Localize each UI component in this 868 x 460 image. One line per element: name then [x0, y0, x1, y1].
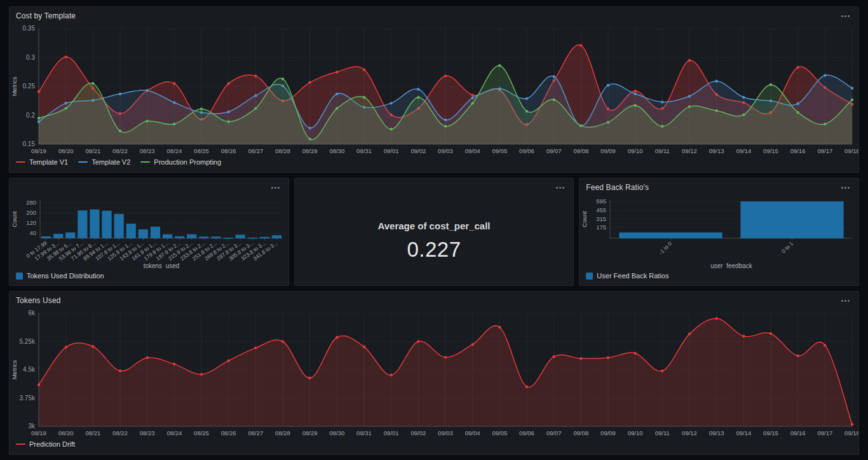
legend-label: Template V2 [92, 158, 130, 166]
svg-text:08/22: 08/22 [112, 147, 128, 154]
panel-header [295, 179, 574, 196]
panel-menu-icon[interactable] [839, 13, 852, 20]
svg-text:09/11: 09/11 [655, 430, 670, 436]
svg-text:595: 595 [596, 198, 606, 205]
svg-text:0.2: 0.2 [26, 112, 35, 119]
chart-legend: User Feed Back Ratios [580, 269, 858, 285]
svg-text:08/21: 08/21 [85, 147, 100, 154]
legend-swatch [16, 273, 23, 280]
panel-menu-icon[interactable] [839, 184, 852, 191]
svg-text:09/03: 09/03 [438, 147, 453, 154]
svg-text:315: 315 [596, 215, 606, 222]
legend-item[interactable]: Template V1 [16, 158, 68, 166]
svg-text:3.75k: 3.75k [20, 395, 36, 402]
svg-text:08/24: 08/24 [166, 430, 182, 436]
panel-header: Tokens Used [10, 292, 858, 309]
svg-text:200: 200 [26, 209, 36, 216]
panel-header [10, 179, 288, 196]
svg-text:09/17: 09/17 [817, 147, 832, 154]
svg-text:08/26: 08/26 [221, 430, 236, 436]
svg-text:09/17: 09/17 [817, 430, 832, 436]
svg-text:0.15: 0.15 [23, 140, 36, 147]
legend-item[interactable]: Template V2 [78, 158, 130, 166]
svg-text:09/06: 09/06 [519, 147, 534, 154]
svg-text:08/30: 08/30 [329, 147, 344, 154]
legend-label: Prediction Drift [29, 440, 75, 448]
svg-text:175: 175 [596, 224, 606, 231]
stat-label: Average of cost_per_call [377, 220, 490, 231]
svg-text:08/31: 08/31 [356, 147, 372, 154]
tokens-used-chart[interactable]: 3k3.75k4.5k5.25k6k08/1908/2008/2108/2208… [10, 309, 858, 436]
svg-text:120: 120 [26, 219, 36, 226]
svg-text:09/13: 09/13 [709, 430, 724, 436]
dashboard-row: 401202002800 to 17.9917.99 to 3...35.98 … [9, 178, 859, 286]
svg-text:08/26: 08/26 [221, 147, 236, 154]
legend-swatch [140, 161, 150, 163]
svg-text:08/29: 08/29 [302, 430, 318, 436]
svg-text:-1 to 0: -1 to 0 [658, 240, 673, 255]
svg-text:4.5k: 4.5k [23, 366, 36, 373]
stat-body: Average of cost_per_call 0.227 [295, 196, 574, 285]
svg-text:08/31: 08/31 [356, 430, 372, 436]
svg-text:0.35: 0.35 [23, 25, 36, 32]
svg-text:09/06: 09/06 [519, 430, 534, 436]
svg-text:09/08: 09/08 [573, 147, 588, 154]
svg-text:09/18: 09/18 [844, 430, 858, 436]
svg-text:09/05: 09/05 [492, 147, 507, 154]
svg-text:09/10: 09/10 [628, 430, 643, 436]
svg-text:09/01: 09/01 [384, 147, 399, 154]
svg-text:5.25k: 5.25k [20, 338, 36, 345]
legend-label: User Feed Back Ratios [597, 272, 668, 280]
cost-by-template-chart[interactable]: 0.150.20.250.30.3508/1908/2008/2108/2208… [10, 25, 858, 154]
svg-text:09/03: 09/03 [438, 430, 453, 436]
svg-text:40: 40 [29, 229, 36, 236]
panel-title: Cost by Template [16, 11, 76, 20]
svg-text:08/28: 08/28 [275, 147, 290, 154]
panel-tokens-used: Tokens Used 3k3.75k4.5k5.25k6k08/1908/20… [9, 291, 859, 455]
legend-item[interactable]: Production Prompting [140, 158, 221, 166]
svg-text:08/28: 08/28 [275, 430, 290, 436]
svg-text:09/12: 09/12 [682, 430, 697, 436]
legend-swatch [586, 273, 593, 280]
legend-swatch [16, 443, 25, 445]
chart-legend: Prediction Drift [10, 436, 858, 454]
feedback-ratios-chart[interactable]: 175315455595-1 to 00 to 1Countuser_feedb… [580, 196, 858, 269]
legend-label: Template V1 [29, 158, 68, 166]
chart-legend: Template V1Template V2Production Prompti… [10, 154, 858, 172]
svg-text:Count: Count [581, 211, 588, 227]
svg-text:09/05: 09/05 [492, 430, 507, 436]
svg-text:09/16: 09/16 [790, 430, 806, 436]
panel-tokens-distribution: 401202002800 to 17.9917.99 to 3...35.98 … [9, 178, 289, 286]
svg-text:08/19: 08/19 [31, 147, 46, 154]
svg-text:6k: 6k [28, 309, 36, 316]
legend-label: Tokens Used Distribution [27, 272, 104, 280]
tokens-distribution-chart[interactable]: 401202002800 to 17.9917.99 to 3...35.98 … [10, 196, 288, 269]
panel-menu-icon[interactable] [269, 184, 282, 191]
svg-text:3k: 3k [28, 423, 36, 430]
legend-item[interactable]: User Feed Back Ratios [586, 272, 668, 280]
svg-text:09/12: 09/12 [682, 147, 697, 154]
panel-menu-icon[interactable] [553, 184, 567, 191]
svg-text:08/25: 08/25 [194, 430, 209, 436]
stat-value: 0.227 [407, 238, 461, 262]
chart-legend: Tokens Used Distribution [10, 269, 288, 285]
panel-menu-icon[interactable] [839, 297, 852, 304]
svg-text:Metrics: Metrics [11, 360, 18, 379]
svg-text:08/24: 08/24 [166, 147, 182, 154]
svg-text:08/29: 08/29 [302, 147, 318, 154]
svg-text:08/25: 08/25 [194, 147, 209, 154]
legend-item[interactable]: Prediction Drift [16, 440, 75, 448]
svg-text:280: 280 [26, 199, 36, 206]
svg-text:08/23: 08/23 [140, 430, 155, 436]
svg-text:09/14: 09/14 [736, 430, 751, 436]
panel-header: Feed Back Ratio's [580, 179, 858, 196]
svg-text:09/08: 09/08 [573, 430, 588, 436]
svg-text:09/18: 09/18 [844, 147, 858, 154]
svg-text:09/09: 09/09 [600, 430, 616, 436]
svg-text:09/15: 09/15 [763, 430, 778, 436]
svg-text:08/21: 08/21 [85, 430, 100, 436]
panel-cost-by-template: Cost by Template 0.150.20.250.30.3508/19… [9, 6, 859, 173]
svg-text:09/16: 09/16 [790, 147, 806, 154]
legend-item[interactable]: Tokens Used Distribution [16, 272, 104, 280]
svg-text:09/02: 09/02 [410, 430, 426, 436]
